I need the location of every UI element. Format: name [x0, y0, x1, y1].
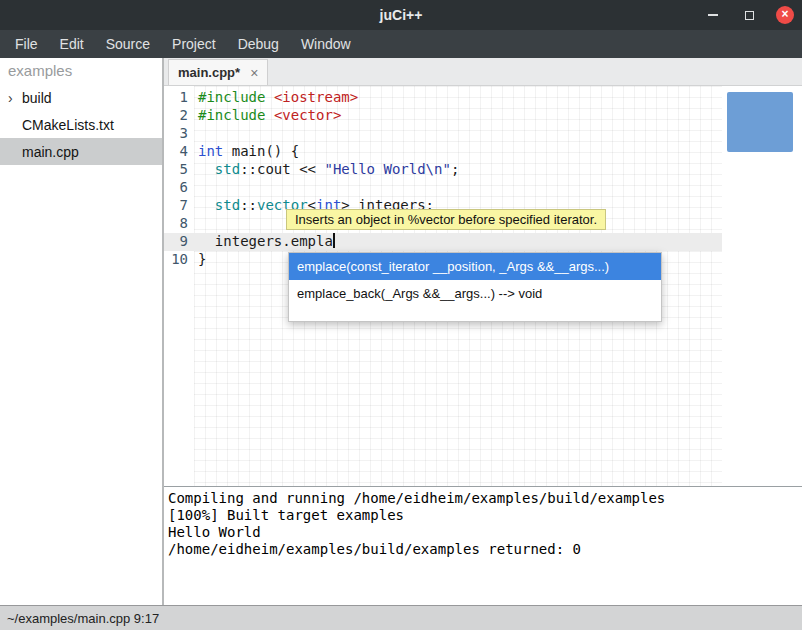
autocomplete-item[interactable]: emplace_back(_Args &&__args...) --> void: [289, 280, 661, 307]
terminal-line: Hello World: [168, 524, 798, 541]
status-bar: ~/examples/main.cpp 9:17: [0, 605, 802, 630]
menu-edit[interactable]: Edit: [49, 30, 95, 58]
scroll-map[interactable]: [727, 92, 793, 152]
line-number: 9: [164, 233, 194, 251]
code-text: [194, 179, 198, 197]
code-line[interactable]: 4int main() {: [164, 143, 722, 161]
maximize-button[interactable]: [738, 4, 760, 26]
line-number: 3: [164, 125, 194, 143]
code-lines: 1#include <iostream>2#include <vector>34…: [164, 89, 722, 269]
terminal-line: Compiling and running /home/eidheim/exam…: [168, 490, 798, 507]
minimize-button[interactable]: [702, 4, 724, 26]
tree-item-label: main.cpp: [22, 144, 79, 160]
terminal-line: /home/eidheim/examples/build/examples re…: [168, 541, 798, 558]
window-title: juCi++: [0, 0, 802, 30]
tab-main-cpp[interactable]: main.cpp* ×: [168, 59, 268, 85]
code-text: int main() {: [194, 143, 299, 161]
terminal-line: [100%] Built target examples: [168, 507, 798, 524]
tree-item-label: build: [22, 90, 52, 106]
minimize-icon: [708, 14, 718, 16]
code-line[interactable]: 9 integers.empla: [164, 233, 722, 251]
close-button[interactable]: ×: [774, 4, 796, 26]
menubar: FileEditSourceProjectDebugWindow: [0, 30, 802, 58]
sidebar: examples ›buildCMakeLists.txtmain.cpp: [0, 58, 162, 605]
code-text: #include <vector>: [194, 107, 341, 125]
menu-debug[interactable]: Debug: [227, 30, 290, 58]
tree-item-label: CMakeLists.txt: [22, 117, 114, 133]
line-number: 10: [164, 251, 194, 269]
code-line[interactable]: 6: [164, 179, 722, 197]
doc-tooltip: Inserts an object in %vector before spec…: [286, 209, 606, 230]
sidebar-item-main-cpp[interactable]: main.cpp: [0, 138, 162, 165]
code-text: [194, 125, 198, 143]
line-number: 2: [164, 107, 194, 125]
code-line[interactable]: 3: [164, 125, 722, 143]
text-cursor: [333, 233, 335, 248]
code-text: [194, 215, 198, 233]
code-line[interactable]: 2#include <vector>: [164, 107, 722, 125]
line-number: 5: [164, 161, 194, 179]
expander-chevron-icon[interactable]: ›: [8, 90, 22, 106]
editor-pane: main.cpp* × 1#include <iostream>2#includ…: [164, 58, 802, 605]
sidebar-item-cmakelists-txt[interactable]: CMakeLists.txt: [0, 111, 162, 138]
code-line[interactable]: 1#include <iostream>: [164, 89, 722, 107]
menu-file[interactable]: File: [4, 30, 49, 58]
line-number: 1: [164, 89, 194, 107]
menu-window[interactable]: Window: [290, 30, 362, 58]
status-text: ~/examples/main.cpp 9:17: [0, 611, 159, 626]
sidebar-item-build[interactable]: ›build: [0, 84, 162, 111]
sidebar-header: examples: [0, 58, 162, 84]
line-number: 8: [164, 215, 194, 233]
code-line[interactable]: 5 std::cout << "Hello World\n";: [164, 161, 722, 179]
tab-close-icon[interactable]: ×: [250, 66, 258, 80]
code-text: }: [194, 251, 206, 269]
menu-project[interactable]: Project: [161, 30, 227, 58]
menu-source[interactable]: Source: [95, 30, 161, 58]
code-editor[interactable]: 1#include <iostream>2#include <vector>34…: [164, 86, 802, 486]
titlebar: juCi++ ×: [0, 0, 802, 30]
line-number: 6: [164, 179, 194, 197]
tab-label: main.cpp*: [178, 65, 240, 80]
file-tree: ›buildCMakeLists.txtmain.cpp: [0, 84, 162, 165]
code-text: #include <iostream>: [194, 89, 358, 107]
autocomplete-popup: emplace(const_iterator __position, _Args…: [288, 252, 662, 322]
line-number: 4: [164, 143, 194, 161]
window-controls: ×: [702, 0, 796, 30]
terminal-output[interactable]: Compiling and running /home/eidheim/exam…: [164, 487, 802, 605]
code-text: integers.empla: [194, 233, 335, 251]
juci-window: juCi++ × FileEditSourceProjectDebugWindo…: [0, 0, 802, 630]
line-number: 7: [164, 197, 194, 215]
maximize-icon: [745, 11, 754, 20]
close-icon: ×: [776, 6, 794, 24]
code-text: std::cout << "Hello World\n";: [194, 161, 459, 179]
autocomplete-item[interactable]: emplace(const_iterator __position, _Args…: [289, 253, 661, 280]
tab-bar: main.cpp* ×: [164, 58, 802, 86]
